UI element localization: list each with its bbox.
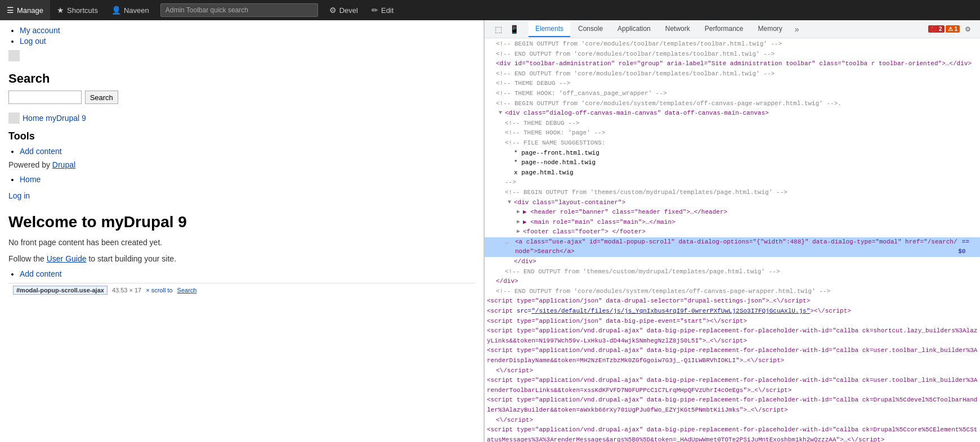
devtools-line[interactable]: <script type="application/json" data-big… (485, 317, 980, 327)
devel-button[interactable]: ⚙ Devel (323, 0, 365, 20)
add-content-link-2[interactable]: Add content (20, 269, 62, 278)
devtools-line[interactable]: <!-- THEME HOOK: 'page' --> (485, 128, 980, 138)
device-icon[interactable]: 📱 (507, 22, 521, 36)
tools-heading: Tools (8, 130, 475, 142)
tooltip-search-link[interactable]: Search (177, 287, 197, 294)
tab-application[interactable]: Application (611, 21, 657, 37)
devtools-line[interactable]: <\/script> (485, 366, 980, 376)
expand-icon[interactable]: ▶ (514, 227, 523, 236)
home-logo-link[interactable]: Home myDrupal 9 (23, 114, 86, 123)
toolbar-search-input[interactable] (160, 3, 318, 17)
tab-network[interactable]: Network (659, 21, 697, 37)
devtools-line[interactable]: <script type="application/vnd.drupal-aja… (485, 395, 980, 415)
star-icon: ★ (57, 6, 64, 15)
devtools-line[interactable]: …<a class="use-ajax" id="modal-popup-scr… (485, 237, 980, 257)
hamburger-icon: ☰ (7, 6, 14, 15)
welcome-text-2: Follow the User Guide to start building … (8, 253, 475, 265)
devtools-line[interactable]: x page.html.twig (485, 168, 980, 178)
page-content: My account Log out Search Search Home my… (0, 20, 484, 442)
manage-button[interactable]: ☰ Manage (0, 0, 50, 20)
devtools-line[interactable]: <div id="toolbar-administration" role="g… (485, 59, 980, 69)
devtools-line[interactable]: <script type="application/vnd.drupal-aja… (485, 425, 980, 442)
dots-button[interactable]: … (505, 237, 515, 247)
devtools-line[interactable]: <script src="/sites/default/files/js/js_… (485, 306, 980, 317)
settings-icon[interactable]: ⚙ (961, 22, 974, 36)
pencil-icon: ✏ (372, 6, 378, 15)
user-button[interactable]: 👤 Naveen (105, 0, 156, 20)
devtools-line[interactable]: <!-- THEME HOOK: 'off_canvas_page_wrappe… (485, 89, 980, 99)
devtools-line[interactable]: <!-- FILE NAME SUGGESTIONS: (485, 138, 980, 148)
inspect-icon[interactable]: ⬚ (491, 22, 505, 36)
search-form: Search (8, 91, 475, 104)
devtools-line[interactable]: <script type="application/vnd.drupal-aja… (485, 346, 980, 366)
home-icon (8, 112, 20, 124)
tooltip-badge: #modal-popup-scroll.use-ajax (13, 286, 108, 295)
error-badge: 🚫 2 (928, 25, 944, 33)
tooltip-scroll-text: × scroll to (146, 287, 172, 294)
edit-button[interactable]: ✏ Edit (365, 0, 400, 20)
more-tabs-button[interactable]: » (790, 25, 804, 34)
add-content-nav: Add content (8, 269, 475, 278)
log-out-link[interactable]: Log out (20, 37, 46, 46)
devtools-line[interactable]: <!-- END OUTPUT from 'core/modules/toolb… (485, 69, 980, 79)
devtools-line[interactable]: <!-- BEGIN OUTPUT from 'themes/custom/my… (485, 188, 980, 198)
devtools-line[interactable]: ▶<footer class="footer"> </footer> (485, 227, 980, 237)
devtools-line[interactable]: <\/script> (485, 416, 980, 426)
powered-by-text: Powered by Drupal (8, 160, 475, 169)
devtools-line[interactable]: <!-- END OUTPUT from 'core/modules/toolb… (485, 49, 980, 60)
devtools-line[interactable]: ▼<div class="layout-container"> (485, 198, 980, 208)
expand-icon[interactable]: ▼ (496, 109, 505, 118)
devtools-line[interactable]: ▼<div class="dialog-off-canvas-main-canv… (485, 109, 980, 119)
search-heading: Search (8, 71, 475, 86)
devtools-line[interactable]: * page--node.html.twig (485, 158, 980, 168)
devtools-content[interactable]: <!-- BEGIN OUTPUT from 'core/modules/too… (485, 38, 980, 442)
search-submit-button[interactable]: Search (85, 91, 118, 104)
devtools-line[interactable]: <script type="application/vnd.drupal-aja… (485, 326, 980, 346)
devtools-line[interactable]: * page--front.html.twig (485, 148, 980, 159)
devtools-line[interactable]: </div> (485, 257, 980, 267)
devtools-line[interactable]: <!-- END OUTPUT from 'themes/custom/mydr… (485, 267, 980, 277)
drupal-link[interactable]: Drupal (52, 160, 75, 169)
site-logo[interactable]: Home myDrupal 9 (8, 112, 475, 124)
category-icon (8, 50, 20, 61)
devtools-line[interactable]: <!-- THEME DEBUG --> (485, 119, 980, 129)
shortcuts-button[interactable]: ★ Shortcuts (50, 0, 105, 20)
log-in-link[interactable]: Log in (8, 191, 30, 200)
expand-icon[interactable]: ▶ (514, 218, 523, 227)
search-input[interactable] (8, 91, 82, 104)
tooltip-bar: #modal-popup-scroll.use-ajax 43.53 × 17 … (8, 283, 475, 297)
devtools-line[interactable]: ▶▶ <main role="main" class="main">…</mai… (485, 218, 980, 228)
devtools-panel: ⬚ 📱 Elements Console Application Network… (484, 20, 980, 442)
main-area: My account Log out Search Search Home my… (0, 20, 980, 442)
devtools-line[interactable]: <script type="application/json" data-dru… (485, 296, 980, 306)
expand-icon[interactable]: ▶ (514, 208, 523, 217)
devtools-line[interactable]: <!-- END OUTPUT from 'core/modules/syste… (485, 287, 980, 297)
tab-performance[interactable]: Performance (698, 21, 750, 37)
devtools-line[interactable]: </div> (485, 277, 980, 287)
tooltip-size: 43.53 × 17 (112, 287, 141, 294)
devtools-right-icons: 🚫 2 ⚠ 1 ⚙ (928, 22, 978, 36)
devtools-line[interactable]: --> (485, 178, 980, 188)
devtools-line[interactable]: <!-- BEGIN OUTPUT from 'core/modules/too… (485, 39, 980, 49)
devtools-line[interactable]: <!-- BEGIN OUTPUT from 'core/modules/sys… (485, 99, 980, 109)
welcome-heading: Welcome to myDrupal 9 (8, 213, 475, 231)
tab-elements[interactable]: Elements (529, 21, 570, 37)
devtools-line[interactable]: ▶▶ <header role="banner" class="header f… (485, 208, 980, 218)
toolbar-search-container (160, 3, 318, 17)
bottom-nav: Home (8, 175, 475, 184)
tab-console[interactable]: Console (571, 21, 610, 37)
account-nav: My account Log out (8, 26, 475, 46)
expand-icon[interactable]: ▼ (505, 198, 514, 207)
welcome-text-1: No front page content has been created y… (8, 237, 475, 249)
gear-icon: ⚙ (329, 6, 337, 15)
tab-memory[interactable]: Memory (751, 21, 789, 37)
user-guide-link[interactable]: User Guide (47, 254, 87, 263)
home-link[interactable]: Home (20, 175, 41, 184)
script-src-link[interactable]: "/sites/default/files/js/js_YqnIxbus4rqI… (531, 308, 810, 314)
add-content-link[interactable]: Add content (20, 147, 62, 156)
devtools-left-icons: ⬚ 📱 (487, 22, 525, 36)
user-icon: 👤 (111, 6, 121, 15)
devtools-line[interactable]: <!-- THEME DEBUG --> (485, 79, 980, 89)
devtools-line[interactable]: <script type="application/vnd.drupal-aja… (485, 376, 980, 395)
my-account-link[interactable]: My account (20, 26, 60, 35)
